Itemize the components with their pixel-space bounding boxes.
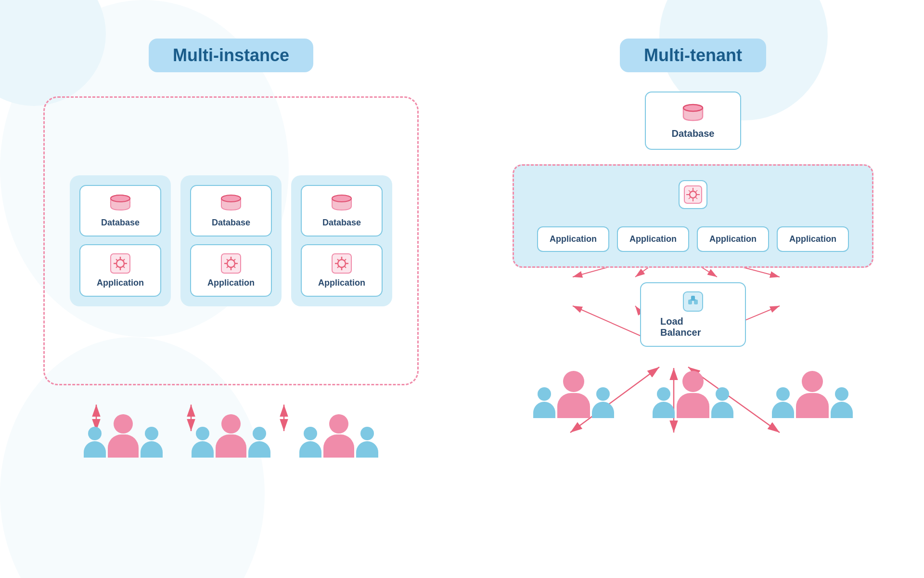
app-card-t4: Application: [777, 226, 849, 252]
person-blue-1a: [84, 427, 106, 458]
svg-point-20: [111, 195, 130, 202]
person-blue-2a: [192, 427, 214, 458]
db-label-top: Database: [672, 128, 715, 139]
svg-point-31: [221, 195, 241, 202]
lb-card: Load Balancer: [640, 282, 746, 347]
person-blue-2b: [248, 427, 270, 458]
right-section: Multi-tenant Database: [462, 0, 924, 578]
right-user-group-3: [772, 371, 853, 418]
r-person-blue-1a: [533, 387, 555, 418]
instance-group-3: Database Application: [291, 175, 392, 306]
db-label-2: Database: [212, 218, 250, 228]
svg-rect-64: [683, 292, 703, 311]
database-icon-2: [219, 194, 243, 214]
database-icon-1: [109, 194, 132, 214]
person-blue-3a: [299, 427, 321, 458]
r-person-blue-3b: [831, 387, 853, 418]
person-pink-1: [108, 414, 139, 458]
database-icon-top: [680, 102, 706, 124]
db-card-3: Database: [301, 185, 383, 236]
multi-tenant-container: Application Application Application Appl…: [513, 164, 873, 268]
app-card-t2: Application: [617, 226, 689, 252]
person-pink-3: [323, 414, 354, 458]
r-person-blue-2b: [711, 387, 733, 418]
main-container: Multi-instance Database: [0, 0, 924, 578]
person-blue-3b: [356, 427, 378, 458]
app-card-t3: Application: [697, 226, 769, 252]
db-card-2: Database: [190, 185, 272, 236]
right-title: Multi-tenant: [620, 39, 766, 72]
left-title: Multi-instance: [149, 39, 313, 72]
db-card-top: Database: [645, 92, 741, 150]
r-person-blue-1b: [592, 387, 614, 418]
cluster-icon-container: [679, 180, 707, 209]
left-users-row: [84, 414, 378, 458]
r-person-blue-3a: [772, 387, 794, 418]
db-label-1: Database: [101, 218, 140, 228]
r-person-blue-2a: [653, 387, 675, 418]
person-pink-2: [216, 414, 246, 458]
app-icon-1: [110, 253, 131, 274]
app-card-2: Application: [190, 244, 272, 297]
app-card-t1: Application: [537, 226, 609, 252]
user-group-1: [84, 414, 163, 458]
app-label-3: Application: [318, 278, 365, 288]
right-user-group-1: [533, 371, 614, 418]
r-person-pink-3: [796, 371, 829, 418]
left-section: Multi-instance Database: [0, 0, 462, 578]
app-label-2: Application: [207, 278, 255, 288]
r-person-pink-2: [677, 371, 709, 418]
instance-group-1: Database Application: [70, 175, 171, 306]
database-icon-3: [330, 194, 353, 214]
cluster-icon: [683, 185, 703, 204]
db-card-1: Database: [79, 185, 161, 236]
instance-group-2: Database Application: [180, 175, 282, 306]
person-blue-1b: [141, 427, 163, 458]
lb-icon: [682, 291, 704, 312]
svg-point-53: [683, 105, 703, 111]
right-users-row: [533, 371, 853, 418]
db-label-3: Database: [322, 218, 361, 228]
app-row: Application Application Application Appl…: [537, 226, 849, 252]
app-label-1: Application: [97, 278, 144, 288]
user-group-2: [192, 414, 270, 458]
app-icon-2: [220, 253, 242, 274]
app-card-3: Application: [301, 244, 383, 297]
user-group-3: [299, 414, 378, 458]
app-icon-3: [331, 253, 352, 274]
svg-point-42: [332, 195, 351, 202]
multi-instance-container: Database Application: [43, 96, 419, 385]
r-person-pink-1: [557, 371, 590, 418]
lb-label: Load Balancer: [660, 316, 726, 338]
app-card-1: Application: [79, 244, 161, 297]
right-user-group-2: [653, 371, 733, 418]
